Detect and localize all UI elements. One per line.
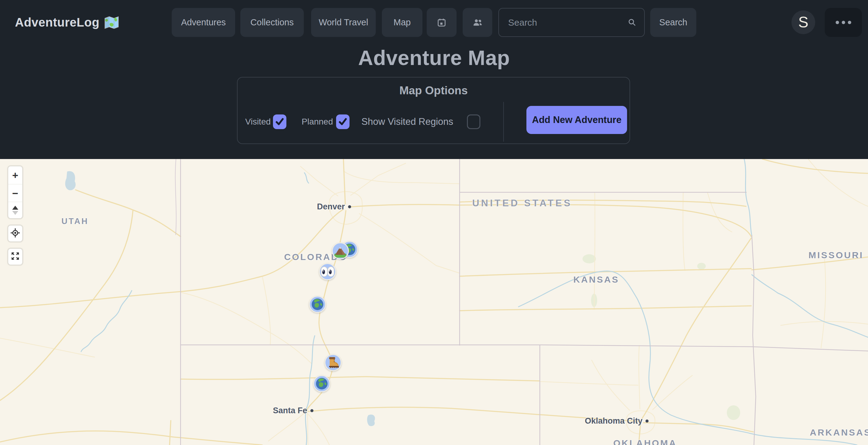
adventure-marker-mountain[interactable]: [332, 242, 349, 260]
map-zoom-controls: + −: [8, 166, 23, 219]
visited-checkbox[interactable]: [273, 115, 286, 129]
adventurelog-app: AdventureLog Adventures Collections Worl…: [0, 0, 868, 445]
state-label-oklahoma: OKLAHOMA: [613, 438, 677, 445]
city-label-denver: Denver: [317, 202, 351, 211]
mountain-emoji-icon: [333, 243, 348, 259]
users-button[interactable]: [463, 8, 492, 37]
show-visited-regions-checkbox[interactable]: [467, 115, 480, 129]
search-field-wrap: [498, 8, 645, 37]
adventure-marker-globe[interactable]: [309, 296, 326, 313]
zoom-in-icon: +: [12, 170, 18, 180]
boot-emoji-icon: [326, 356, 340, 369]
planned-checkbox-label: Planned: [302, 115, 333, 129]
city-label-santa-fe: Santa Fe: [273, 406, 313, 415]
search-input[interactable]: [498, 8, 645, 37]
adventure-marker-eyes[interactable]: [319, 263, 336, 280]
state-label-arkansas: ARKANSAS: [810, 427, 868, 438]
zoom-out-icon: −: [12, 188, 18, 198]
page-title: Adventure Map: [0, 46, 868, 69]
avatar-initial: S: [798, 13, 808, 31]
locate-icon: [10, 228, 20, 239]
state-label-missouri: MISSOURI: [808, 250, 863, 260]
city-dot: [646, 419, 649, 422]
globe-emoji-icon: [315, 377, 329, 390]
calendar-icon: [436, 18, 447, 28]
navbar: AdventureLog Adventures Collections Worl…: [0, 0, 868, 45]
locate-button[interactable]: [8, 225, 23, 242]
adventure-marker-globe[interactable]: [313, 375, 330, 392]
eyes-emoji-icon: [320, 266, 335, 278]
map-canvas[interactable]: UNITED STATESUTAHCOLORADOKANSASMISSOURIO…: [0, 159, 868, 445]
nav-world-travel-button[interactable]: World Travel: [311, 8, 376, 37]
options-divider: [503, 102, 504, 142]
pitch-toggle-icon: [11, 205, 19, 216]
map-options-card: Map Options Visited Planned Show Visited…: [237, 77, 630, 144]
nav-collections-button[interactable]: Collections: [240, 8, 304, 37]
ellipsis-icon: [836, 21, 851, 24]
city-dot: [348, 205, 351, 208]
zoom-out-button[interactable]: −: [8, 184, 22, 202]
city-label-oklahoma-city: Oklahoma City: [585, 416, 648, 426]
city-dot: [310, 409, 313, 412]
add-new-adventure-button[interactable]: Add New Adventure: [526, 106, 627, 134]
world-map-emoji-icon: [104, 16, 119, 29]
country-label: UNITED STATES: [472, 198, 572, 209]
search-button[interactable]: Search: [650, 8, 696, 37]
fullscreen-icon: [11, 251, 20, 262]
adventure-marker-boot[interactable]: [324, 354, 342, 371]
fullscreen-button[interactable]: [8, 248, 23, 265]
planned-checkbox[interactable]: [336, 115, 349, 129]
globe-emoji-icon: [311, 298, 324, 311]
nav-adventures-button[interactable]: Adventures: [172, 8, 235, 37]
visited-checkbox-label: Visited: [245, 115, 271, 129]
map-basemap: [0, 159, 868, 445]
state-label-kansas: KANSAS: [574, 274, 619, 285]
avatar[interactable]: S: [792, 10, 815, 34]
zoom-in-button[interactable]: +: [8, 166, 22, 184]
more-menu-button[interactable]: [825, 8, 862, 37]
users-icon: [472, 18, 483, 28]
state-label-utah: UTAH: [62, 217, 89, 226]
nav-map-button[interactable]: Map: [382, 8, 423, 37]
map-options-title: Map Options: [238, 84, 629, 97]
calendar-button[interactable]: [427, 8, 457, 37]
pitch-toggle-button[interactable]: [8, 202, 22, 219]
brand-logo[interactable]: AdventureLog: [15, 0, 119, 45]
show-visited-regions-label: Show Visited Regions: [362, 115, 453, 129]
brand-text: AdventureLog: [15, 16, 99, 29]
